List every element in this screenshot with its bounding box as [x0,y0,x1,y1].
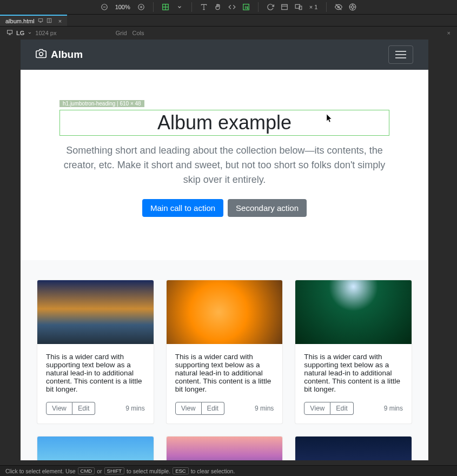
hamburger-icon [395,54,406,55]
js-tool-icon[interactable] [241,2,251,12]
card-image [167,437,283,460]
svg-rect-11 [282,4,288,9]
card-text: This is a wider card with supporting tex… [295,344,412,402]
breakpoint-selector[interactable]: LG [16,30,24,36]
editor-stage: LG 1024 px Grid Cols × Album [0,27,457,465]
selected-element[interactable]: h1.jumbotron-heading | 610 × 48 Album ex… [59,110,389,136]
tab-desktop-icon[interactable] [38,18,43,24]
tab-bar: album.html × [0,15,457,27]
card-image [295,437,412,460]
card-image [167,280,283,344]
key-esc: ESC [173,467,189,474]
text-tool-icon[interactable] [198,2,209,12]
zoom-level[interactable]: 100% [113,4,133,10]
card-edit-button[interactable]: Edit [72,402,96,415]
card-text: This is a wider card with supporting tex… [37,344,154,402]
chevron-down-icon[interactable] [174,2,185,12]
card-view-button[interactable]: View [46,402,72,415]
code-tool-icon[interactable] [227,2,237,12]
refresh-icon[interactable] [265,2,276,12]
viewport-bar: LG 1024 px Grid Cols × [0,27,457,39]
pixel-multiplier[interactable]: × 1 [307,4,320,10]
status-text: or [97,468,102,474]
svg-point-31 [39,52,43,56]
device-icon[interactable] [6,29,13,37]
card-view-button[interactable]: View [304,402,330,415]
selection-badge: h1.jumbotron-heading | 610 × 48 [59,100,144,107]
top-toolbar: 100% [0,0,457,15]
primary-cta-button[interactable]: Main call to action [142,199,223,217]
card-image [37,280,154,344]
page-canvas[interactable]: Album h1.jumbotron-heading | 610 × 48 Al… [21,39,428,460]
file-tab-active[interactable]: album.html × [0,15,67,26]
breakpoint-chevron-icon[interactable] [28,30,32,36]
album-card[interactable]: This is a wider card with supporting tex… [166,280,283,424]
cols-toggle[interactable]: Cols [133,30,144,36]
zoom-in-icon[interactable] [136,2,147,12]
card-edit-button[interactable]: Edit [202,402,225,415]
brand[interactable]: Album [36,48,83,62]
help-icon[interactable] [347,2,358,12]
secondary-cta-button[interactable]: Secondary action [228,199,307,217]
visibility-off-icon[interactable] [333,2,344,12]
tab-split-icon[interactable] [47,18,52,24]
navbar-toggler[interactable] [388,45,413,64]
card-text: This is a wider card with supporting tex… [167,344,283,402]
jumbotron: h1.jumbotron-heading | 610 × 48 Album ex… [21,70,428,260]
cursor-icon [327,114,333,124]
brand-text: Album [51,49,83,61]
devices-icon[interactable] [293,2,304,12]
svg-point-18 [352,6,354,9]
layout-grid-icon[interactable] [160,2,171,12]
album-card[interactable] [166,436,283,460]
card-image [295,280,412,344]
jumbotron-heading[interactable]: Album example [59,110,389,136]
album-card[interactable]: This is a wider card with supporting tex… [37,280,154,424]
svg-rect-28 [8,30,12,34]
album-grid: This is a wider card with supporting tex… [21,260,428,460]
grid-toggle[interactable]: Grid [116,30,127,36]
status-text: to clear selection. [191,468,235,474]
hand-tool-icon[interactable] [213,2,223,12]
status-bar: Click to select element. Use CMD or SHIF… [0,465,457,476]
card-view-button[interactable]: View [175,402,202,415]
jumbotron-lead[interactable]: Something short and leading about the co… [59,143,389,187]
key-cmd: CMD [78,467,95,474]
viewport-width: 1024 px [35,30,56,36]
card-time: 9 mins [255,405,274,412]
svg-rect-10 [243,4,249,10]
page-navbar: Album [21,39,428,70]
camera-icon [36,48,47,62]
card-image [37,437,154,460]
status-text: Click to select element. Use [5,468,76,474]
card-time: 9 mins [384,405,403,412]
album-card[interactable]: This is a wider card with supporting tex… [295,280,412,424]
card-edit-button[interactable]: Edit [330,402,354,415]
svg-rect-23 [38,18,43,21]
album-card[interactable] [295,436,412,460]
browser-frame-icon[interactable] [279,2,290,12]
tab-close-icon[interactable]: × [55,18,62,24]
status-text: to select multiple. [127,468,170,474]
card-time: 9 mins [125,405,144,412]
key-shift: SHIFT [104,467,124,474]
zoom-out-icon[interactable] [99,2,110,12]
album-card[interactable] [37,436,154,460]
tab-filename: album.html [5,18,35,24]
viewport-close-icon[interactable]: × [447,30,451,36]
